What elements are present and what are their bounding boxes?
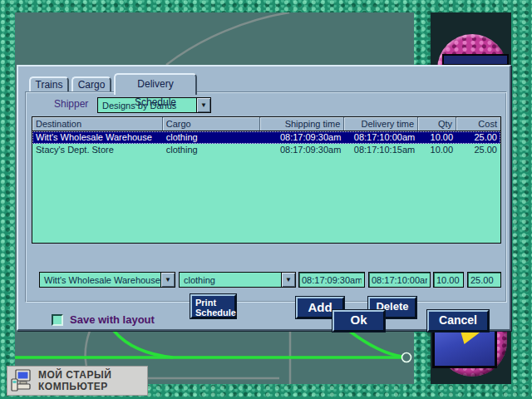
qty-field[interactable] — [433, 272, 464, 288]
watermark-line2: КОМПЬЮТЕР — [38, 381, 111, 392]
mini-screen-decoration — [442, 54, 509, 66]
header-destination[interactable]: Destination — [32, 117, 163, 131]
schedule-panel: Shipper Designs by Darius ▼ Destination … — [25, 91, 507, 303]
destination-value: Witt's Wholesale Warehouse — [40, 275, 160, 285]
schedule-table: Destination Cargo Shipping time Delivery… — [32, 116, 501, 244]
table-header: Destination Cargo Shipping time Delivery… — [32, 117, 500, 131]
cell-delivery-time: 08:17:10:00am — [344, 131, 418, 144]
cell-destination: Witt's Wholesale Warehouse — [32, 131, 163, 144]
header-shipping-time[interactable]: Shipping time — [260, 117, 344, 131]
delivery-time-field[interactable] — [368, 272, 431, 288]
destination-combobox[interactable]: Witt's Wholesale Warehouse ▼ — [39, 272, 175, 288]
table-row[interactable]: Stacy's Dept. Store clothing 08:17:09:30… — [32, 144, 500, 156]
cell-shipping-time: 08:17:09:30am — [261, 144, 345, 156]
game-screen: Trains Cargo Delivery Schedule Shipper D… — [0, 0, 532, 399]
cell-cost: 25.00 — [456, 131, 500, 144]
cost-field[interactable] — [467, 272, 501, 288]
cancel-button[interactable]: Cancel — [427, 310, 489, 332]
cell-delivery-time: 08:17:10:15am — [344, 144, 418, 156]
cell-shipping-time: 08:17:09:30am — [261, 131, 345, 144]
tab-delivery-schedule[interactable]: Delivery Schedule — [114, 73, 197, 95]
save-with-layout-label: Save with layout — [70, 313, 155, 326]
cell-destination: Stacy's Dept. Store — [32, 144, 163, 156]
cargo-value: clothing — [180, 275, 281, 285]
chevron-down-icon[interactable]: ▼ — [196, 98, 210, 112]
shipping-time-field[interactable] — [298, 272, 365, 288]
delivery-schedule-dialog: Trains Cargo Delivery Schedule Shipper D… — [17, 65, 511, 331]
watermark-line1: МОЙ СТАРЫЙ — [38, 369, 111, 381]
tab-trains[interactable]: Trains — [29, 76, 69, 93]
print-schedule-button[interactable]: Print Schedule — [190, 294, 236, 318]
cell-cargo: clothing — [163, 144, 261, 156]
header-qty[interactable]: Qty — [418, 117, 456, 131]
computer-icon — [10, 368, 35, 393]
tab-cargo[interactable]: Cargo — [71, 76, 111, 93]
cell-qty: 10.00 — [418, 144, 456, 156]
chevron-down-icon[interactable]: ▼ — [160, 273, 175, 287]
cell-cargo: clothing — [163, 131, 261, 144]
save-with-layout-checkbox[interactable] — [52, 314, 63, 326]
chevron-down-icon[interactable]: ▼ — [281, 273, 295, 287]
cargo-combobox[interactable]: clothing ▼ — [179, 272, 296, 288]
cell-cost: 25.00 — [456, 144, 500, 156]
tab-bar: Trains Cargo Delivery Schedule — [18, 71, 510, 93]
shipper-label: Shipper — [54, 98, 88, 110]
station-node — [402, 353, 411, 362]
print-label-line1: Print — [195, 298, 234, 308]
header-cargo[interactable]: Cargo — [163, 117, 261, 131]
header-delivery-time[interactable]: Delivery time — [344, 117, 418, 131]
table-row[interactable]: Witt's Wholesale Warehouse clothing 08:1… — [32, 131, 500, 144]
print-label-line2: Schedule — [195, 308, 234, 318]
watermark: МОЙ СТАРЫЙ КОМПЬЮТЕР — [7, 366, 148, 396]
header-cost[interactable]: Cost — [456, 117, 500, 131]
ok-button[interactable]: Ok — [332, 310, 385, 332]
cell-qty: 10.00 — [418, 131, 456, 144]
